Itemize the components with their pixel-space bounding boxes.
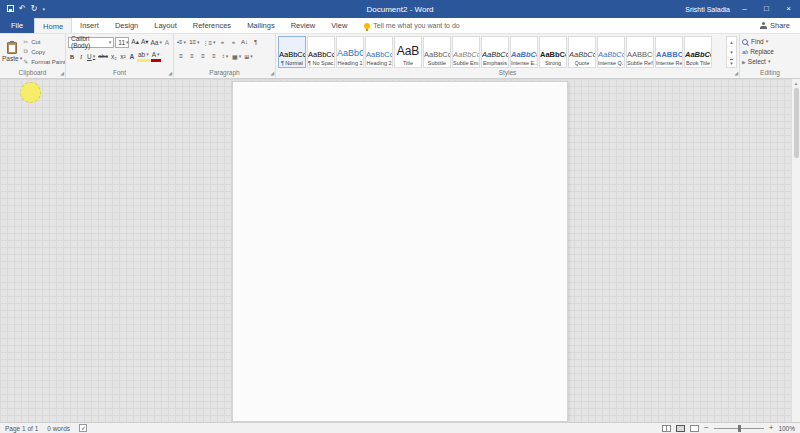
style-item[interactable]: AABBCCDCIntense Re... [655, 36, 683, 68]
web-layout-icon[interactable] [690, 425, 699, 432]
save-icon[interactable] [7, 5, 14, 14]
style-item[interactable]: AaBbCcDcBook Title [684, 36, 712, 68]
tab-file[interactable]: File [0, 18, 34, 33]
highlight-button[interactable]: ab▾ [137, 51, 150, 62]
style-item[interactable]: AaBbCcDc¶ Normal [278, 36, 306, 68]
tab-mailings[interactable]: Mailings [239, 18, 283, 33]
tab-references[interactable]: References [185, 18, 239, 33]
gallery-more-icon[interactable]: ▾ [727, 58, 736, 67]
copy-icon: ⧉ [22, 48, 29, 55]
styles-dialog-launcher-icon[interactable]: ◢ [734, 71, 738, 76]
bold-button[interactable]: B [68, 51, 76, 62]
bullets-button[interactable]: •≡▾ [176, 37, 187, 48]
font-name-combo[interactable]: Calibri (Body) ▾ [68, 37, 114, 48]
undo-icon[interactable]: ↶ [19, 5, 26, 13]
zoom-slider[interactable] [714, 428, 764, 429]
tell-me-box[interactable]: Tell me what you want to do [355, 18, 468, 33]
copy-button[interactable]: ⧉Copy [22, 47, 66, 56]
style-item[interactable]: AaBbCcCHeading 2 [365, 36, 393, 68]
style-name: Heading 1 [337, 60, 362, 66]
page-indicator[interactable]: Page 1 of 1 [5, 425, 38, 432]
style-item[interactable]: AaBbCcDcSubtle Em... [452, 36, 480, 68]
style-preview: AaBbCc [337, 48, 363, 60]
minimize-icon[interactable]: – [737, 0, 752, 18]
font-size-combo[interactable]: 11 ▾ [115, 37, 129, 48]
italic-button[interactable]: I [77, 51, 85, 62]
text-effects-button[interactable]: A [128, 51, 136, 62]
gallery-scroll-up-icon[interactable]: ▴ [727, 37, 736, 47]
superscript-button[interactable]: x² [119, 51, 127, 62]
tab-design[interactable]: Design [107, 18, 146, 33]
change-case-button[interactable]: Aa▾ [150, 37, 163, 48]
clear-formatting-button[interactable]: A [163, 37, 171, 48]
clipboard-dialog-launcher-icon[interactable]: ◢ [60, 71, 64, 76]
signed-in-user[interactable]: Srishti Saladia [685, 6, 730, 13]
subscript-button[interactable]: x₂ [110, 51, 118, 62]
scroll-up-icon[interactable]: ▴ [795, 79, 798, 88]
decrease-indent-button[interactable]: « [218, 37, 228, 48]
font-dialog-launcher-icon[interactable]: ◢ [168, 71, 172, 76]
shading-button[interactable]: ▦▾ [231, 51, 242, 62]
print-layout-icon[interactable] [676, 425, 685, 432]
zoom-slider-thumb[interactable] [738, 425, 741, 432]
justify-button[interactable]: ≡ [209, 51, 219, 62]
font-color-button[interactable]: A▾ [151, 51, 161, 62]
read-mode-icon[interactable] [662, 425, 671, 432]
underline-button[interactable]: U▾ [86, 51, 96, 62]
style-item[interactable]: AaBbCcDSubtitle [423, 36, 451, 68]
proofing-icon[interactable] [79, 424, 87, 432]
style-item[interactable]: AABBCCDCSubtle Ref... [626, 36, 654, 68]
style-item[interactable]: AaBbCcDcIntense E... [510, 36, 538, 68]
align-center-button[interactable]: ≡ [187, 51, 197, 62]
numbering-button[interactable]: 1≡▾ [188, 37, 200, 48]
word-count[interactable]: 0 words [47, 425, 70, 432]
zoom-out-icon[interactable]: − [704, 424, 709, 432]
select-button[interactable]: ▶Select▾ [742, 57, 798, 66]
zoom-level[interactable]: 100% [778, 425, 795, 432]
align-right-button[interactable]: ≡ [198, 51, 208, 62]
multilevel-list-button[interactable]: ⋮≡▾ [201, 37, 216, 48]
scrollbar-thumb[interactable] [794, 88, 799, 158]
chevron-down-icon: ▾ [250, 54, 253, 59]
document-page[interactable] [232, 81, 568, 422]
paste-button[interactable]: Paste▾ [2, 35, 22, 68]
format-painter-button[interactable]: ✎Format Painter [22, 57, 66, 66]
document-area[interactable]: ▴ [0, 79, 800, 422]
zoom-in-icon[interactable]: + [769, 424, 774, 432]
clipboard-small-buttons: ✂Cut⧉Copy✎Format Painter [22, 35, 66, 68]
style-item[interactable]: AaBbCcDcEmphasis [481, 36, 509, 68]
tab-home[interactable]: Home [34, 18, 72, 33]
grow-font-button[interactable]: A▴ [130, 37, 140, 48]
paste-clipboard-icon [7, 42, 17, 54]
find-button[interactable]: Find▾ [742, 37, 798, 46]
replace-button[interactable]: abReplace [742, 47, 798, 56]
font-row1-buttons: A▴A▾Aa▾A [130, 37, 171, 48]
style-item[interactable]: AaBbCcHeading 1 [336, 36, 364, 68]
increase-indent-button[interactable]: » [229, 37, 239, 48]
close-icon[interactable]: × [781, 0, 796, 18]
customize-qat-icon[interactable]: ▾ [42, 7, 45, 12]
sort-button[interactable]: A↓ [240, 37, 250, 48]
tab-insert[interactable]: Insert [72, 18, 107, 33]
align-left-button[interactable]: ≡ [176, 51, 186, 62]
gallery-scroll-down-icon[interactable]: ▾ [727, 47, 736, 57]
borders-button[interactable]: ⊞▾ [243, 51, 254, 62]
shrink-font-button[interactable]: A▾ [140, 37, 150, 48]
paragraph-dialog-launcher-icon[interactable]: ◢ [270, 71, 274, 76]
cut-button[interactable]: ✂Cut [22, 37, 66, 46]
vertical-scrollbar[interactable]: ▴ [791, 79, 800, 422]
show-hide-pilcrow-button[interactable]: ¶ [251, 37, 261, 48]
tab-view[interactable]: View [323, 18, 355, 33]
maximize-icon[interactable]: □ [759, 0, 774, 18]
style-item[interactable]: AaBbCcDcIntense Q... [597, 36, 625, 68]
redo-icon[interactable]: ↻ [31, 5, 38, 13]
tab-review[interactable]: Review [283, 18, 324, 33]
style-item[interactable]: AaBbCcDcQuote [568, 36, 596, 68]
share-button[interactable]: Share [760, 18, 800, 33]
style-item[interactable]: AaBTitle [394, 36, 422, 68]
style-item[interactable]: AaBbCcDc¶ No Spac... [307, 36, 335, 68]
strikethrough-button[interactable]: abc [97, 51, 109, 62]
line-spacing-button[interactable]: ↕▾ [220, 51, 230, 62]
style-item[interactable]: AaBbCcDcStrong [539, 36, 567, 68]
tab-layout[interactable]: Layout [146, 18, 185, 33]
